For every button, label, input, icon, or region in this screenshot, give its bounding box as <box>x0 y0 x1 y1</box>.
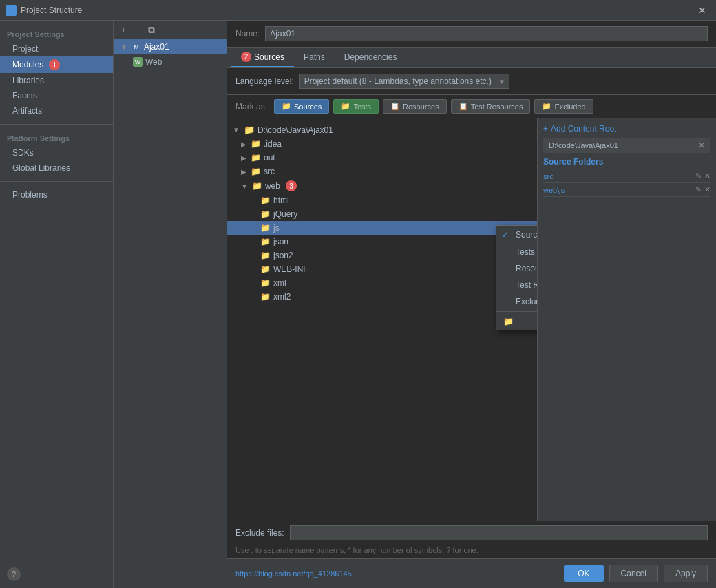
sidebar-item-project[interactable]: Project <box>0 41 113 56</box>
module-toolbar: + − ⧉ <box>114 21 227 39</box>
sidebar-item-facets[interactable]: Facets <box>0 88 113 103</box>
context-excluded-label: Excluded <box>516 297 537 306</box>
modules-badge: 1 <box>49 59 60 70</box>
tree-item-web-label: web <box>265 181 280 191</box>
apply-button[interactable]: Apply <box>664 565 708 582</box>
tree-item-web-inf[interactable]: ▶ 📁 WEB-INF <box>227 262 537 276</box>
json2-folder-icon: 📁 <box>260 251 271 260</box>
sidebar-item-label: Artifacts <box>12 106 42 116</box>
tree-item-xml[interactable]: ▶ 📁 xml <box>227 276 537 290</box>
add-module-button[interactable]: + <box>118 23 129 36</box>
tree-item-jquery[interactable]: ▶ 📁 jQuery <box>227 207 537 221</box>
exclude-files-hint: Use ; to separate name patterns, * for a… <box>227 545 716 558</box>
sidebar-item-global-libraries[interactable]: Global Libraries <box>0 160 113 176</box>
module-name-input[interactable] <box>265 26 708 41</box>
mark-test-resources-label: Test Resources <box>471 103 523 111</box>
context-menu-resources[interactable]: Resources <box>496 260 537 277</box>
svg-rect-2 <box>7 11 10 14</box>
sidebar-item-modules[interactable]: Modules 1 <box>0 56 113 73</box>
language-level-select[interactable]: Project default (8 - Lambdas, type annot… <box>299 74 509 89</box>
tab-dependencies[interactable]: Dependencies <box>335 48 407 67</box>
sidebar-item-label: Project <box>12 44 38 54</box>
cancel-button[interactable]: Cancel <box>609 565 658 582</box>
language-level-row: Language level: Project default (8 - Lam… <box>227 68 716 95</box>
tree-item-idea[interactable]: ▶ 📁 .idea <box>227 137 537 151</box>
add-content-root-button[interactable]: + Add Content Root <box>543 124 710 134</box>
module-ajax01[interactable]: ▼ M Ajax01 <box>114 39 227 54</box>
tab-sources-label: Sources <box>254 52 284 62</box>
tree-item-html-label: html <box>273 196 289 205</box>
tab-dependencies-label: Dependencies <box>344 52 397 62</box>
exclude-files-input[interactable] <box>290 525 708 540</box>
context-menu-excluded[interactable]: Excluded Alt+E <box>496 293 537 310</box>
web-expand-icon: ▼ <box>241 182 248 190</box>
source-folder-webjs-edit[interactable]: ✎ <box>695 185 702 194</box>
button-row: https://blog.csdn.net/qq_41286145 OK Can… <box>227 558 716 588</box>
tree-item-js[interactable]: ▶ 📁 js <box>227 221 537 235</box>
tree-item-json2[interactable]: ▶ 📁 json2 <box>227 249 537 262</box>
ok-button[interactable]: OK <box>564 565 603 582</box>
xml-folder-icon: 📁 <box>260 278 271 288</box>
tree-item-xml2[interactable]: ▶ 📁 xml2 <box>227 290 537 304</box>
source-folder-webjs-name: web\js <box>543 186 565 194</box>
language-level-wrapper: Project default (8 - Lambdas, type annot… <box>299 74 509 89</box>
copy-module-button[interactable]: ⧉ <box>145 23 158 36</box>
tree-root-label: D:\code\Java\Ajax01 <box>257 125 333 135</box>
remove-module-button[interactable]: − <box>131 23 143 36</box>
context-menu-sources[interactable]: Sources Alt+S 4 <box>496 226 537 244</box>
sidebar-item-problems[interactable]: Problems <box>0 187 113 202</box>
content-panel: Name: 2 Sources Paths Dependencies Langu… <box>227 21 716 588</box>
mark-as-tests-button[interactable]: 📁 Tests <box>333 99 379 114</box>
tab-paths[interactable]: Paths <box>294 48 335 67</box>
context-test-resources-label: Test Resources <box>516 280 537 290</box>
source-folder-webjs-remove[interactable]: ✕ <box>704 185 710 194</box>
close-button[interactable]: ✕ <box>694 3 710 17</box>
sidebar-item-artifacts[interactable]: Artifacts <box>0 103 113 118</box>
idea-folder-icon: 📁 <box>251 139 261 149</box>
test-resources-icon: 📋 <box>459 102 468 111</box>
sidebar-item-sdks[interactable]: SDKs <box>0 145 113 160</box>
tree-item-json[interactable]: ▶ 📁 json <box>227 235 537 249</box>
tree-item-json-label: json <box>273 237 288 246</box>
tree-root[interactable]: ▼ 📁 D:\code\Java\Ajax01 <box>227 123 537 137</box>
module-icon-ajax01: M <box>131 42 141 52</box>
out-folder-icon: 📁 <box>251 153 261 162</box>
sidebar-divider <box>0 124 113 125</box>
mark-as-test-resources-button[interactable]: 📋 Test Resources <box>451 99 531 114</box>
source-folder-src-actions: ✎ ✕ <box>695 171 710 180</box>
sidebar: Project Settings Project Modules 1 Libra… <box>0 21 114 588</box>
tree-item-out[interactable]: ▶ 📁 out <box>227 151 537 165</box>
mark-as-resources-button[interactable]: 📋 Resources <box>383 99 447 114</box>
sidebar-item-label: Modules <box>12 60 43 70</box>
module-web[interactable]: W Web <box>114 54 227 70</box>
context-menu-test-resources[interactable]: Test Resources <box>496 277 537 293</box>
sidebar-divider-2 <box>0 181 113 182</box>
tree-item-webinf-label: WEB-INF <box>273 264 308 274</box>
sidebar-item-label: Facets <box>12 91 37 101</box>
content-root-close-button[interactable]: ✕ <box>698 140 705 150</box>
source-folder-src-remove[interactable]: ✕ <box>704 171 710 180</box>
tree-item-out-label: out <box>264 153 275 162</box>
source-folder-src-edit[interactable]: ✎ <box>695 171 702 180</box>
tree-item-src[interactable]: ▶ 📁 src <box>227 165 537 178</box>
tree-item-html[interactable]: ▶ 📁 html <box>227 193 537 207</box>
context-menu-tests[interactable]: Tests Alt+T <box>496 244 537 260</box>
tree-item-src-label: src <box>264 167 275 176</box>
html-folder-icon: 📁 <box>260 196 271 205</box>
sidebar-item-libraries[interactable]: Libraries <box>0 73 113 88</box>
csdn-link[interactable]: https://blog.csdn.net/qq_41286145 <box>235 569 352 578</box>
mark-as-sources-button[interactable]: 📁 Sources <box>274 99 329 114</box>
mark-as-excluded-button[interactable]: 📁 Excluded <box>534 99 593 114</box>
xml2-folder-icon: 📁 <box>260 292 271 302</box>
root-expand-icon: ▼ <box>233 126 240 134</box>
context-menu: Sources Alt+S 4 Tests Alt+T Resources <box>496 225 537 330</box>
tab-sources[interactable]: 2 Sources <box>231 48 294 67</box>
context-menu-new-folder[interactable]: 📁 New Folder... <box>496 313 537 330</box>
tree-item-jquery-label: jQuery <box>273 209 297 219</box>
help-button[interactable]: ? <box>7 567 21 581</box>
mark-as-label: Mark as: <box>235 102 267 112</box>
sidebar-item-label: Problems <box>12 190 48 200</box>
tests-folder-icon: 📁 <box>341 102 350 111</box>
language-level-label: Language level: <box>235 76 294 86</box>
tree-item-web[interactable]: ▼ 📁 web 3 <box>227 178 537 193</box>
